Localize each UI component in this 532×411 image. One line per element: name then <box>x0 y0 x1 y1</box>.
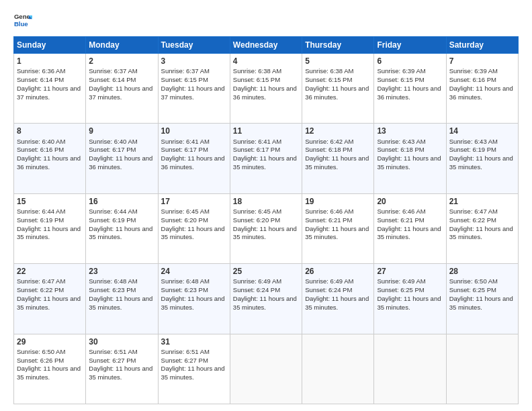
day-number: 1 <box>17 56 83 66</box>
sunset: Sunset: 6:19 PM <box>17 216 64 224</box>
calendar-cell: 8Sunrise: 6:40 AMSunset: 6:16 PMDaylight… <box>14 124 86 193</box>
sunrise: Sunrise: 6:45 AM <box>161 208 210 215</box>
sunrise: Sunrise: 6:42 AM <box>305 138 353 145</box>
calendar-cell: 6Sunrise: 6:39 AMSunset: 6:15 PMDaylight… <box>374 54 446 124</box>
day-number: 5 <box>305 56 371 66</box>
day-number: 22 <box>17 266 83 277</box>
col-sunday: Sunday <box>14 37 86 54</box>
calendar-cell: 18Sunrise: 6:45 AMSunset: 6:20 PMDayligh… <box>230 193 302 263</box>
daylight: Daylight: 11 hours and 35 minutes. <box>89 225 152 241</box>
calendar-cell: 27Sunrise: 6:49 AMSunset: 6:25 PMDayligh… <box>374 264 446 334</box>
calendar-cell: 12Sunrise: 6:42 AMSunset: 6:18 PMDayligh… <box>302 124 374 193</box>
sunset: Sunset: 6:17 PM <box>89 146 136 153</box>
sunrise: Sunrise: 6:50 AM <box>17 348 65 355</box>
sunset: Sunset: 6:15 PM <box>377 76 424 83</box>
sunrise: Sunrise: 6:49 AM <box>305 277 353 285</box>
sunrise: Sunrise: 6:38 AM <box>233 67 281 75</box>
calendar-cell: 20Sunrise: 6:46 AMSunset: 6:21 PMDayligh… <box>374 193 446 263</box>
sunrise: Sunrise: 6:50 AM <box>449 277 498 285</box>
sunrise: Sunrise: 6:38 AM <box>305 67 353 75</box>
day-number: 28 <box>449 266 515 277</box>
col-thursday: Thursday <box>302 37 374 54</box>
sunset: Sunset: 6:15 PM <box>161 76 208 83</box>
day-number: 16 <box>89 196 154 207</box>
calendar-cell: 21Sunrise: 6:47 AMSunset: 6:22 PMDayligh… <box>446 193 518 263</box>
sunset: Sunset: 6:15 PM <box>233 76 280 83</box>
daylight: Daylight: 11 hours and 37 minutes. <box>17 85 81 101</box>
calendar-cell <box>230 334 302 404</box>
daylight: Daylight: 11 hours and 35 minutes. <box>233 154 297 171</box>
calendar-cell: 14Sunrise: 6:43 AMSunset: 6:19 PMDayligh… <box>446 124 518 193</box>
calendar-cell <box>446 334 518 404</box>
daylight: Daylight: 11 hours and 35 minutes. <box>305 225 369 241</box>
calendar-cell: 17Sunrise: 6:45 AMSunset: 6:20 PMDayligh… <box>158 193 230 263</box>
sunset: Sunset: 6:16 PM <box>17 146 64 153</box>
sunrise: Sunrise: 6:49 AM <box>377 277 425 285</box>
day-number: 14 <box>449 126 515 136</box>
sunset: Sunset: 6:23 PM <box>161 286 208 293</box>
sunset: Sunset: 6:20 PM <box>161 216 208 224</box>
sunrise: Sunrise: 6:41 AM <box>233 138 281 145</box>
page-container: General Blue Sunday Monday Tuesday Wedne… <box>0 0 532 411</box>
calendar-table: Sunday Monday Tuesday Wednesday Thursday… <box>13 36 519 404</box>
sunset: Sunset: 6:18 PM <box>377 146 424 153</box>
header-row: Sunday Monday Tuesday Wednesday Thursday… <box>14 37 519 54</box>
week-row-4: 22Sunrise: 6:47 AMSunset: 6:22 PMDayligh… <box>14 264 519 334</box>
daylight: Daylight: 11 hours and 36 minutes. <box>17 154 81 171</box>
daylight: Daylight: 11 hours and 36 minutes. <box>377 85 441 101</box>
sunset: Sunset: 6:21 PM <box>377 216 424 224</box>
sunset: Sunset: 6:27 PM <box>161 357 208 364</box>
sunset: Sunset: 6:18 PM <box>305 146 352 153</box>
sunrise: Sunrise: 6:39 AM <box>377 67 425 75</box>
sunset: Sunset: 6:26 PM <box>17 357 64 364</box>
sunrise: Sunrise: 6:47 AM <box>17 277 65 285</box>
calendar-cell: 15Sunrise: 6:44 AMSunset: 6:19 PMDayligh… <box>14 193 86 263</box>
calendar-cell: 16Sunrise: 6:44 AMSunset: 6:19 PMDayligh… <box>86 193 158 263</box>
sunset: Sunset: 6:22 PM <box>449 216 496 224</box>
week-row-1: 1Sunrise: 6:36 AMSunset: 6:14 PMDaylight… <box>14 54 519 124</box>
daylight: Daylight: 11 hours and 35 minutes. <box>161 295 225 311</box>
calendar-cell: 10Sunrise: 6:41 AMSunset: 6:17 PMDayligh… <box>158 124 230 193</box>
day-number: 24 <box>161 266 227 277</box>
sunrise: Sunrise: 6:43 AM <box>377 138 425 145</box>
daylight: Daylight: 11 hours and 35 minutes. <box>233 225 297 241</box>
sunrise: Sunrise: 6:51 AM <box>161 348 210 355</box>
daylight: Daylight: 11 hours and 35 minutes. <box>449 295 513 311</box>
daylight: Daylight: 11 hours and 36 minutes. <box>305 85 369 101</box>
day-number: 12 <box>305 126 371 136</box>
day-number: 27 <box>377 266 443 277</box>
day-number: 20 <box>377 196 443 207</box>
col-friday: Friday <box>374 37 446 54</box>
daylight: Daylight: 11 hours and 35 minutes. <box>233 295 297 311</box>
day-number: 18 <box>233 196 299 207</box>
calendar-cell: 11Sunrise: 6:41 AMSunset: 6:17 PMDayligh… <box>230 124 302 193</box>
day-number: 17 <box>161 196 227 207</box>
svg-text:Blue: Blue <box>14 20 28 28</box>
sunset: Sunset: 6:27 PM <box>89 357 136 364</box>
daylight: Daylight: 11 hours and 37 minutes. <box>89 85 152 101</box>
calendar-cell <box>302 334 374 404</box>
logo: General Blue <box>13 11 32 30</box>
week-row-2: 8Sunrise: 6:40 AMSunset: 6:16 PMDaylight… <box>14 124 519 193</box>
calendar-cell: 1Sunrise: 6:36 AMSunset: 6:14 PMDaylight… <box>14 54 86 124</box>
daylight: Daylight: 11 hours and 35 minutes. <box>377 295 441 311</box>
sunrise: Sunrise: 6:47 AM <box>449 208 498 215</box>
daylight: Daylight: 11 hours and 35 minutes. <box>89 295 152 311</box>
sunrise: Sunrise: 6:41 AM <box>161 138 210 145</box>
daylight: Daylight: 11 hours and 37 minutes. <box>161 85 225 101</box>
week-row-3: 15Sunrise: 6:44 AMSunset: 6:19 PMDayligh… <box>14 193 519 263</box>
week-row-5: 29Sunrise: 6:50 AMSunset: 6:26 PMDayligh… <box>14 334 519 404</box>
logo-icon: General Blue <box>13 11 32 30</box>
sunset: Sunset: 6:24 PM <box>233 286 280 293</box>
calendar-cell <box>374 334 446 404</box>
sunrise: Sunrise: 6:49 AM <box>233 277 281 285</box>
daylight: Daylight: 11 hours and 35 minutes. <box>17 295 81 311</box>
sunrise: Sunrise: 6:37 AM <box>89 67 137 75</box>
daylight: Daylight: 11 hours and 36 minutes. <box>161 154 225 171</box>
calendar-cell: 13Sunrise: 6:43 AMSunset: 6:18 PMDayligh… <box>374 124 446 193</box>
sunset: Sunset: 6:24 PM <box>305 286 352 293</box>
sunset: Sunset: 6:25 PM <box>449 286 496 293</box>
sunset: Sunset: 6:14 PM <box>17 76 64 83</box>
daylight: Daylight: 11 hours and 36 minutes. <box>449 85 513 101</box>
sunrise: Sunrise: 6:36 AM <box>17 67 65 75</box>
